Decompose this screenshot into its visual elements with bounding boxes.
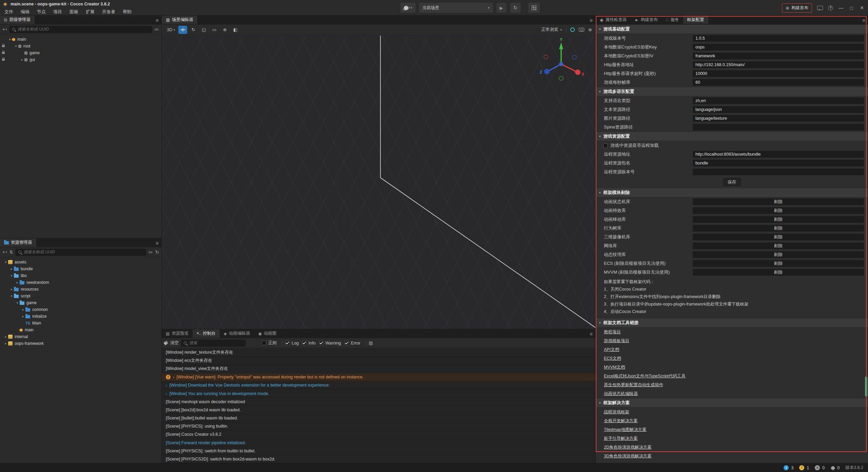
remove-module-button[interactable]: 剔除 xyxy=(693,207,864,214)
dimension-toggle-button[interactable]: 3D▾ xyxy=(165,26,177,34)
tree-item[interactable]: Main xyxy=(0,320,161,327)
section-header-docs[interactable]: 框架文档工具链接 xyxy=(596,318,868,328)
tab-assets[interactable]: 资源管理器 xyxy=(0,238,36,247)
preview-target-select[interactable]: ▾ xyxy=(400,2,416,13)
save-button[interactable]: 保存 xyxy=(723,178,741,186)
log-filter-checkbox[interactable]: Log xyxy=(285,341,299,346)
lighting-toggle-icon[interactable] xyxy=(570,27,575,32)
pivot-toggle-button[interactable]: ⊕ xyxy=(220,26,229,34)
text-input[interactable]: 1.0.5 xyxy=(693,35,864,42)
filter-icon[interactable]: ≔ xyxy=(149,250,153,255)
refresh-icon[interactable]: ↻ xyxy=(155,250,159,255)
remove-module-button[interactable]: 剔除 xyxy=(693,269,864,276)
expand-arrow-icon[interactable] xyxy=(3,260,8,264)
tab-build-publish[interactable]: ►构建发布 xyxy=(631,16,662,24)
tree-item[interactable]: internal xyxy=(0,333,161,340)
doc-link[interactable]: 动画状态机编辑器 xyxy=(604,391,638,397)
remove-module-button[interactable]: 剔除 xyxy=(693,198,864,205)
text-input[interactable]: http://localhost:8083/assets/bundle xyxy=(693,151,864,158)
expand-arrow-icon[interactable] xyxy=(14,44,18,48)
solution-link[interactable]: 2D角色扮演游戏解决方案 xyxy=(604,445,652,450)
solution-link[interactable]: Tiledmap地图解决方案 xyxy=(604,427,647,433)
text-input[interactable]: bundle xyxy=(693,160,864,166)
menu-item[interactable]: 节点 xyxy=(33,8,50,16)
camera-settings-icon[interactable] xyxy=(579,28,584,32)
section-header-resource[interactable]: 游戏资源配置 xyxy=(596,132,868,141)
expand-arrow-icon[interactable] xyxy=(15,301,20,304)
lock-icon[interactable] xyxy=(2,52,5,54)
tab-property-inspector[interactable]: ◉属性检查器 xyxy=(596,16,631,24)
tab-hierarchy[interactable]: ⧉ 层级管理器 xyxy=(0,16,35,24)
tree-item[interactable]: libs xyxy=(0,272,161,279)
tree-item[interactable]: main xyxy=(0,327,161,333)
expand-caret-icon[interactable] xyxy=(173,375,174,379)
view-mode-select[interactable]: 正常浏览 ▾ xyxy=(541,27,562,33)
remove-module-button[interactable]: 剔除 xyxy=(693,234,864,240)
solution-link[interactable]: 全栈开发解决方案 xyxy=(604,418,638,424)
tree-item[interactable]: oops-framework xyxy=(0,340,161,347)
remove-module-button[interactable]: 剔除 xyxy=(693,216,864,223)
expand-arrow-icon[interactable] xyxy=(9,267,14,271)
move-tool-button[interactable] xyxy=(178,26,187,34)
scene-select[interactable]: 当前场景 ▾ xyxy=(419,2,493,13)
tree-item[interactable]: common xyxy=(0,306,161,313)
menu-item[interactable]: 帮助 xyxy=(119,8,135,16)
tree-item[interactable]: root xyxy=(0,43,161,50)
solution-link[interactable]: 战棋游戏框架 xyxy=(604,409,629,415)
doc-link[interactable]: Excel格式转Json文件与TypeScript代码工具 xyxy=(604,373,686,379)
tab-animation-editor[interactable]: ◈动画编辑器 xyxy=(220,329,254,338)
add-node-button[interactable]: +▾ xyxy=(2,27,7,32)
console-search-input[interactable]: 搜索 xyxy=(181,340,245,347)
menu-item[interactable]: 扩展 xyxy=(82,8,98,16)
menu-item[interactable]: 开发者 xyxy=(98,8,119,16)
assets-search-input[interactable]: 搜索名称或 UUID xyxy=(16,249,146,256)
tree-item[interactable]: initialize xyxy=(0,313,161,320)
hierarchy-search-input[interactable]: 搜索名称或 UUID xyxy=(9,26,152,33)
filter-icon[interactable]: ≔ xyxy=(155,27,159,32)
open-log-file-icon[interactable]: ▤ xyxy=(369,340,373,346)
clear-console-button[interactable]: 清空 xyxy=(164,340,179,346)
text-input[interactable]: zh,en xyxy=(693,97,864,104)
doc-link[interactable]: 教程项目 xyxy=(604,329,621,335)
text-input[interactable]: 60 xyxy=(693,79,864,86)
tree-item[interactable]: game xyxy=(0,50,161,56)
create-asset-button[interactable]: +▾ xyxy=(2,250,7,255)
build-publish-button[interactable]: ⊛ 构建发布 xyxy=(782,3,812,13)
expand-arrow-icon[interactable] xyxy=(20,58,24,61)
play-button[interactable]: ▶ xyxy=(496,2,507,13)
scrollbar-thumb[interactable] xyxy=(865,376,867,397)
expand-arrow-icon[interactable] xyxy=(9,294,14,298)
expand-arrow-icon[interactable] xyxy=(21,308,25,311)
doc-link[interactable]: 原生包热更新配置自动生成插件 xyxy=(604,382,663,388)
tree-item[interactable]: assets xyxy=(0,259,161,266)
text-input[interactable] xyxy=(693,169,864,175)
warning-count-icon[interactable]: ! xyxy=(799,465,804,470)
expand-arrow-icon[interactable] xyxy=(15,281,20,284)
panel-menu-icon[interactable]: ≡ xyxy=(590,329,593,338)
log-filter-checkbox[interactable]: Warning xyxy=(319,341,341,346)
menu-item[interactable]: 项目 xyxy=(50,8,66,16)
tab-framework-config[interactable]: 框架配置 xyxy=(683,16,708,24)
section-header-modules[interactable]: 框架模块剔除 xyxy=(596,188,868,197)
bell-icon[interactable] xyxy=(831,466,835,469)
solution-link[interactable]: 3D角色扮演游戏解决方案 xyxy=(604,453,652,459)
expand-caret-icon[interactable] xyxy=(166,392,167,396)
sort-icon[interactable]: ⇅ xyxy=(9,250,13,255)
text-input[interactable]: framework xyxy=(693,53,864,59)
lock-icon[interactable] xyxy=(2,59,5,61)
remove-module-button[interactable]: 剔除 xyxy=(693,251,864,258)
solution-link[interactable]: 新手引导解决方案 xyxy=(604,436,638,441)
section-header-basic[interactable]: 游戏基础配置 xyxy=(596,24,868,34)
panel-menu-icon[interactable]: ≡ xyxy=(862,16,865,24)
screenshot-icon[interactable] xyxy=(817,6,823,10)
rect-tool-button[interactable]: ▭ xyxy=(210,26,219,34)
tree-item[interactable]: main xyxy=(0,36,161,43)
remove-module-button[interactable]: 剔除 xyxy=(693,260,864,267)
menu-item[interactable]: 编辑 xyxy=(17,8,33,16)
preview-qr-button[interactable] xyxy=(528,2,540,13)
tree-item[interactable]: script xyxy=(0,293,161,299)
expand-arrow-icon[interactable] xyxy=(9,288,14,291)
tab-animation-graph[interactable]: ◉动画图 xyxy=(254,329,281,338)
info-count-icon[interactable]: i xyxy=(784,465,789,470)
maximize-button[interactable]: ▢ xyxy=(849,6,854,10)
